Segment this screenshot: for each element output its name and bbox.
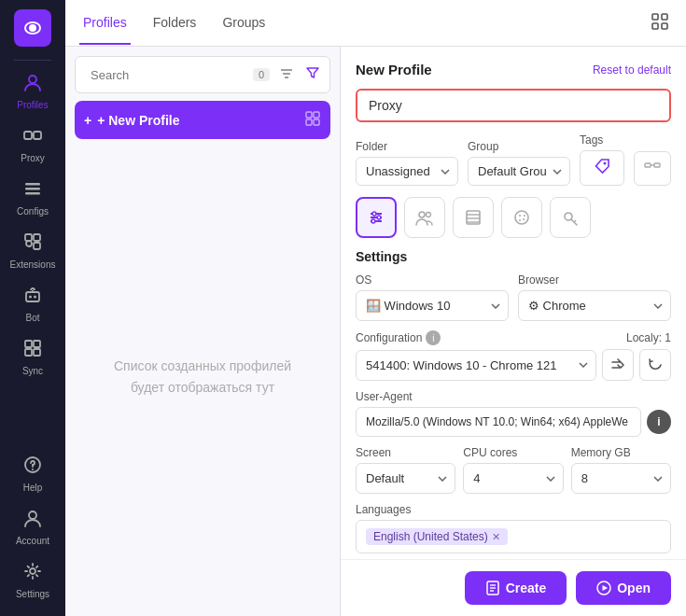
svg-line-58 (574, 220, 576, 222)
tab-settings-icon-btn[interactable] (356, 197, 397, 238)
tab-key-icon-btn[interactable] (550, 197, 591, 238)
new-profile-label: + New Profile (97, 113, 179, 128)
extra-icon-button[interactable] (634, 151, 671, 186)
browser-select[interactable]: ⚙ Chrome (518, 290, 671, 321)
svg-rect-5 (25, 183, 40, 186)
top-nav: Profiles Folders Groups (65, 0, 686, 47)
svg-rect-37 (645, 163, 651, 167)
tags-area: Tags (580, 133, 624, 186)
sidebar-item-configs[interactable]: Configs (0, 171, 65, 224)
app-logo (14, 9, 51, 47)
search-bar: 0 (75, 56, 330, 93)
config-refresh-button[interactable] (639, 349, 671, 381)
sidebar-item-label-extensions: Extensions (10, 259, 56, 270)
main-content: Profiles Folders Groups 0 (65, 0, 686, 616)
svg-point-22 (30, 568, 35, 574)
folder-select[interactable]: Unassigned (356, 157, 458, 186)
search-actions (275, 62, 324, 88)
new-profile-extra-icon (304, 110, 321, 130)
os-browser-row: OS 🪟 Windows 10 Browser ⚙ Chrome (356, 273, 671, 321)
nav-right (648, 9, 672, 37)
cpu-label: CPU cores (463, 446, 563, 459)
os-group: OS 🪟 Windows 10 (356, 273, 509, 321)
useragent-info-button[interactable]: i (647, 410, 671, 434)
lang-tags-area[interactable]: English (United States) ✕ (356, 520, 671, 553)
svg-rect-23 (652, 14, 658, 20)
sidebar-item-label-bot: Bot (25, 313, 39, 323)
sidebar-item-extensions[interactable]: Extensions (0, 224, 65, 277)
reset-to-default-link[interactable]: Reset to default (593, 63, 671, 77)
view-toggle-button[interactable] (648, 9, 672, 37)
browser-label: Browser (518, 273, 671, 287)
open-button[interactable]: Open (576, 571, 671, 605)
sidebar-item-label-configs: Configs (17, 206, 49, 217)
tab-groups[interactable]: Groups (218, 2, 269, 45)
profiles-icon (22, 72, 43, 97)
sidebar-item-label-account: Account (16, 536, 49, 546)
tab-profiles[interactable]: Profiles (79, 2, 131, 45)
group-select[interactable]: Default Group (468, 157, 570, 186)
tab-folders[interactable]: Folders (149, 2, 201, 45)
svg-rect-10 (34, 243, 40, 249)
useragent-group: User-Agent Mozilla/5.0 (Windows NT 10.0;… (356, 390, 671, 437)
svg-marker-64 (603, 585, 609, 591)
account-icon (22, 508, 43, 533)
cpu-select[interactable]: 4 (463, 463, 563, 494)
tab-cookies-icon-btn[interactable] (501, 197, 542, 238)
tab-storage-icon-btn[interactable] (453, 197, 494, 238)
svg-rect-24 (662, 14, 667, 20)
create-button[interactable]: Create (465, 571, 567, 605)
profile-name-input[interactable] (356, 89, 671, 122)
screen-group: Screen Default (356, 446, 455, 494)
memory-select[interactable]: 8 (571, 463, 671, 494)
bot-icon (22, 285, 43, 310)
svg-rect-38 (654, 163, 660, 167)
screen-select[interactable]: Default (356, 463, 455, 494)
configs-icon (22, 178, 43, 203)
create-icon (485, 581, 500, 595)
config-shuffle-button[interactable] (602, 349, 634, 381)
sidebar-item-bot[interactable]: Bot (0, 277, 65, 330)
os-select[interactable]: 🪟 Windows 10 (356, 290, 509, 321)
svg-rect-18 (34, 349, 40, 356)
sort-button[interactable] (275, 62, 298, 88)
svg-point-20 (32, 469, 34, 470)
browser-group: Browser ⚙ Chrome (518, 273, 671, 321)
config-select[interactable]: 541400: Windows 10 - Chrome 121 (356, 350, 596, 381)
sidebar-item-label-proxy: Proxy (21, 153, 45, 163)
config-info-icon[interactable]: i (426, 330, 441, 345)
svg-rect-3 (34, 132, 41, 139)
filter-button[interactable] (301, 62, 324, 88)
config-select-row: 541400: Windows 10 - Chrome 121 (356, 349, 671, 381)
lang-tag-close[interactable]: ✕ (492, 531, 500, 543)
new-profile-plus-icon: + (84, 113, 91, 128)
tags-button[interactable] (580, 150, 624, 186)
os-label: OS (356, 273, 509, 287)
folder-group: Folder Unassigned (356, 140, 458, 186)
new-profile-button[interactable]: + + New Profile (75, 101, 330, 139)
search-input[interactable] (91, 68, 247, 82)
svg-rect-11 (26, 292, 39, 301)
svg-point-47 (427, 213, 431, 217)
right-panel: New Profile Reset to default Folder Unas… (341, 47, 686, 559)
sidebar-item-sync[interactable]: Sync (0, 330, 65, 384)
languages-group: Languages English (United States) ✕ en-U… (356, 503, 671, 559)
empty-state: Список созданных профилей будет отобража… (75, 147, 330, 607)
svg-rect-8 (25, 234, 32, 241)
sidebar-item-help[interactable]: Help (0, 447, 65, 500)
svg-rect-26 (662, 23, 667, 29)
sidebar-item-settings[interactable]: Settings (0, 553, 65, 607)
new-profile-title: New Profile (356, 62, 432, 77)
sidebar: Profiles Proxy Configs Extensions Bot Sy… (0, 0, 65, 616)
svg-point-36 (604, 162, 607, 165)
sidebar-item-profiles[interactable]: Profiles (0, 64, 65, 118)
folder-group-tags-row: Folder Unassigned Group Default Group Ta… (356, 133, 671, 186)
svg-point-13 (34, 296, 36, 299)
svg-rect-6 (25, 188, 40, 190)
config-row: Configuration i Localy: 1 541400: Window… (356, 330, 671, 381)
svg-point-21 (29, 511, 36, 519)
tab-users-icon-btn[interactable] (404, 197, 445, 238)
sidebar-item-proxy[interactable]: Proxy (0, 118, 65, 171)
sidebar-item-account[interactable]: Account (0, 500, 65, 553)
config-label: Configuration i (356, 330, 441, 345)
